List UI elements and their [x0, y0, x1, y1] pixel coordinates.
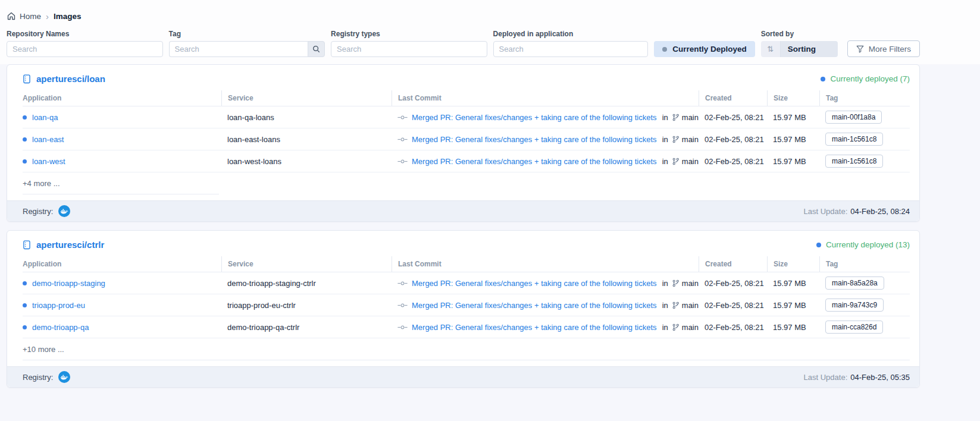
- application-link[interactable]: loan-qa: [32, 113, 58, 122]
- git-commit-icon: [397, 325, 408, 330]
- created-value: 02-Feb-25, 08:21: [699, 279, 767, 288]
- docker-registry-icon: [58, 205, 70, 217]
- git-commit-icon: [397, 159, 408, 164]
- column-header-last-commit: Last Commit: [392, 256, 699, 272]
- column-header-size: Size: [767, 90, 819, 106]
- application-dot-icon: [23, 325, 27, 329]
- branch-name: main: [682, 279, 699, 288]
- service-name: loan-qa-loans: [221, 113, 392, 122]
- repository-name-link[interactable]: aperturesci/ctrlr: [23, 240, 104, 250]
- application-dot-icon: [23, 115, 27, 120]
- tag-badge[interactable]: main-1c561c8: [825, 155, 883, 168]
- column-header-tag: Tag: [819, 256, 910, 272]
- table-row: demo-trioapp-qa demo-trioapp-qa-ctrlr Me…: [23, 316, 910, 338]
- application-link[interactable]: demo-trioapp-staging: [32, 279, 105, 288]
- commit-in-label: in: [662, 135, 668, 144]
- commit-message-link[interactable]: Merged PR: General fixes/changes + takin…: [412, 157, 657, 166]
- application-dot-icon: [23, 281, 27, 285]
- sorted-by-label: Sorted by: [761, 30, 838, 38]
- show-more-link[interactable]: +4 more ...: [23, 172, 910, 194]
- deployed-status-text: Currently deployed (13): [826, 240, 910, 249]
- currently-deployed-dot-icon: [662, 47, 667, 52]
- commit-in-label: in: [662, 279, 668, 288]
- more-filters-label: More Filters: [869, 45, 911, 54]
- repository-name: aperturesci/ctrlr: [36, 240, 104, 250]
- registry-types-input[interactable]: [331, 41, 487, 57]
- tag-search-button[interactable]: [308, 41, 325, 57]
- filter-sorted-by: Sorted by ⇅ Sorting: [761, 30, 838, 57]
- column-header-application: Application: [23, 90, 221, 106]
- size-value: 15.97 MB: [767, 323, 819, 332]
- deployed-in-application-input[interactable]: [493, 41, 649, 57]
- application-link[interactable]: loan-east: [32, 135, 64, 144]
- repository-name: aperturesci/loan: [36, 74, 105, 84]
- branch-name: main: [682, 157, 699, 166]
- currently-deployed-toggle[interactable]: Currently Deployed: [654, 41, 755, 57]
- deployed-status-text: Currently deployed (7): [830, 74, 910, 83]
- service-name: trioapp-prod-eu-ctrlr: [221, 301, 392, 310]
- service-name: loan-west-loans: [221, 157, 392, 166]
- application-dot-icon: [23, 159, 27, 164]
- search-icon: [312, 45, 320, 53]
- tag-badge[interactable]: main-8a5a28a: [825, 277, 884, 290]
- commit-in-label: in: [662, 157, 668, 166]
- created-value: 02-Feb-25, 08:21: [699, 323, 767, 332]
- tag-input[interactable]: [169, 41, 308, 57]
- table-row: loan-east loan-east-loans Merged PR: Gen…: [23, 128, 910, 150]
- repository-card-header: aperturesci/ctrlr Currently deployed (13…: [7, 231, 919, 256]
- filter-bar: Repository Names Tag Registry types Depl…: [7, 30, 920, 57]
- column-header-last-commit: Last Commit: [392, 90, 699, 106]
- repository-names-input[interactable]: [7, 41, 163, 57]
- commit-message-link[interactable]: Merged PR: General fixes/changes + takin…: [412, 323, 657, 332]
- deployed-status-badge: Currently deployed (13): [816, 240, 910, 249]
- tag-badge[interactable]: main-1c561c8: [825, 133, 883, 146]
- table-row: loan-qa loan-qa-loans Merged PR: General…: [23, 106, 910, 128]
- branch-name: main: [682, 113, 699, 122]
- branch-name: main: [682, 301, 699, 310]
- git-branch-icon: [672, 301, 680, 309]
- table-row: demo-trioapp-staging demo-trioapp-stagin…: [23, 272, 910, 294]
- created-value: 02-Feb-25, 08:21: [699, 135, 767, 144]
- breadcrumb-home-link[interactable]: Home: [7, 11, 41, 21]
- page-header: Home › Images Repository Names Tag Regis…: [0, 0, 980, 64]
- registry-label: Registry:: [23, 373, 53, 382]
- breadcrumb-current-page: Images: [54, 12, 82, 21]
- filter-tag: Tag: [169, 30, 325, 57]
- sorting-dropdown[interactable]: ⇅ Sorting: [761, 41, 838, 57]
- column-header-application: Application: [23, 256, 221, 272]
- deployed-in-application-label: Deployed in application: [493, 30, 649, 38]
- application-link[interactable]: demo-trioapp-qa: [32, 323, 89, 332]
- repository-names-label: Repository Names: [7, 30, 163, 38]
- last-update-value: 04-Feb-25, 05:35: [850, 373, 910, 382]
- tag-badge[interactable]: main-00f1a8a: [825, 111, 882, 124]
- docker-registry-icon: [58, 371, 70, 383]
- show-more-link[interactable]: +10 more ...: [23, 338, 910, 360]
- branch-name: main: [682, 135, 699, 144]
- size-value: 15.97 MB: [767, 157, 819, 166]
- tag-badge[interactable]: main-9a743c9: [825, 299, 884, 312]
- last-update-value: 04-Feb-25, 08:24: [850, 207, 910, 216]
- commit-message-link[interactable]: Merged PR: General fixes/changes + takin…: [412, 301, 657, 310]
- more-filters-button[interactable]: More Filters: [847, 40, 920, 57]
- table-header-row: Application Service Last Commit Created …: [23, 90, 910, 106]
- filter-funnel-icon: [856, 45, 864, 53]
- commit-message-link[interactable]: Merged PR: General fixes/changes + takin…: [412, 113, 657, 122]
- column-header-service: Service: [221, 256, 392, 272]
- git-branch-icon: [672, 279, 680, 287]
- repository-card-footer: Registry: Last Update: 04-Feb-25, 05:35: [7, 366, 919, 387]
- tag-badge[interactable]: main-cca826d: [825, 321, 883, 334]
- column-header-created: Created: [699, 90, 767, 106]
- filter-deployed-in-application: Deployed in application: [493, 30, 649, 57]
- sorting-value: Sorting: [781, 41, 838, 57]
- sort-direction-icon[interactable]: ⇅: [761, 41, 781, 57]
- application-link[interactable]: trioapp-prod-eu: [32, 301, 85, 310]
- size-value: 15.97 MB: [767, 113, 819, 122]
- commit-in-label: in: [662, 323, 668, 332]
- last-update-label: Last Update:: [804, 207, 848, 216]
- commit-message-link[interactable]: Merged PR: General fixes/changes + takin…: [412, 135, 657, 144]
- git-branch-icon: [672, 158, 680, 165]
- repository-name-link[interactable]: aperturesci/loan: [23, 74, 105, 84]
- commit-message-link[interactable]: Merged PR: General fixes/changes + takin…: [412, 279, 657, 288]
- service-name: loan-east-loans: [221, 135, 392, 144]
- application-link[interactable]: loan-west: [32, 157, 65, 166]
